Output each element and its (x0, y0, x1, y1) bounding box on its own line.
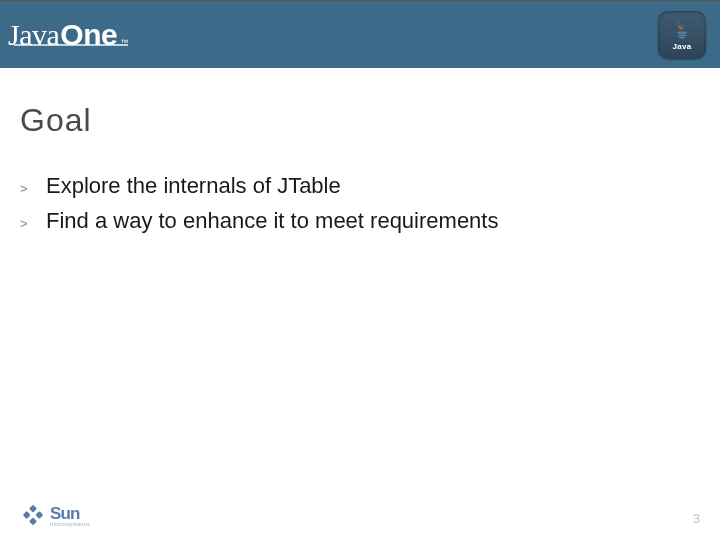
list-item: > Explore the internals of JTable (20, 171, 700, 202)
slide-title: Goal (20, 102, 700, 139)
bullet-marker-icon: > (20, 215, 30, 233)
java-cup-icon (671, 19, 693, 41)
footer: Sun microsystems 3 (0, 490, 720, 530)
java-badge-label: Java (673, 42, 692, 51)
bullet-list: > Explore the internals of JTable > Find… (20, 171, 700, 237)
sun-mark-icon (20, 502, 46, 528)
bullet-text: Find a way to enhance it to meet require… (46, 206, 498, 237)
header-bar: JavaOne™ Java (0, 0, 720, 68)
svg-rect-3 (29, 517, 37, 525)
page-number: 3 (693, 511, 700, 528)
slide: JavaOne™ Java Goal > Explore the interna… (0, 0, 720, 540)
svg-rect-0 (29, 505, 37, 513)
slide-body: Goal > Explore the internals of JTable >… (0, 68, 720, 540)
logo-text-java: Java (8, 18, 59, 52)
list-item: > Find a way to enhance it to meet requi… (20, 206, 700, 237)
java-badge: Java (658, 11, 706, 59)
svg-rect-2 (23, 511, 31, 519)
logo-text-one: One (60, 18, 117, 52)
bullet-marker-icon: > (20, 180, 30, 198)
svg-rect-1 (35, 511, 43, 519)
bullet-text: Explore the internals of JTable (46, 171, 341, 202)
sun-logo: Sun microsystems (20, 502, 90, 528)
javaone-logo: JavaOne™ (8, 18, 128, 52)
sun-text-block: Sun microsystems (50, 504, 90, 527)
sun-logo-subtext: microsystems (50, 521, 90, 527)
logo-underline (14, 44, 128, 46)
